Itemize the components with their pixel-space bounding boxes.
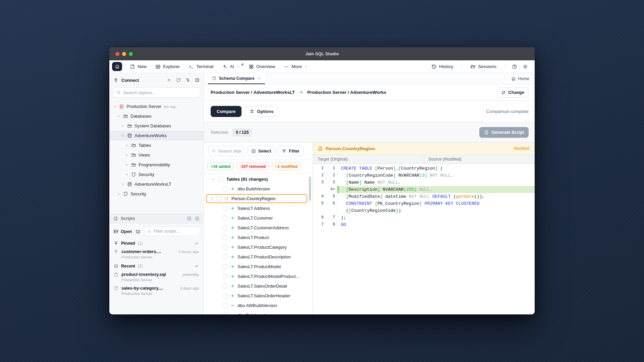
minimize-window-button[interactable] <box>122 52 126 56</box>
list-item-dbo-awbuildversion[interactable]: dbo.AWBuildVersion <box>204 301 313 310</box>
doc-icon <box>114 286 118 291</box>
list-item-dbo-databaselog[interactable]: dbo.DatabaseLog <box>204 310 313 314</box>
checkbox[interactable] <box>223 206 228 211</box>
checkbox[interactable] <box>217 196 222 201</box>
close-window-button[interactable] <box>115 52 119 56</box>
close-tab-icon[interactable] <box>257 76 261 80</box>
list-item-saleslt-address[interactable]: SalesLT.Address <box>204 203 313 213</box>
group-tables[interactable]: Tables (81 changes) <box>204 174 313 184</box>
home-button[interactable] <box>112 62 122 71</box>
object-name: Person.CountryRegion <box>231 196 276 201</box>
help-button[interactable] <box>510 62 519 71</box>
list-item-person-countryregion[interactable]: Person.CountryRegion <box>206 194 307 203</box>
more-icon <box>284 64 289 69</box>
source-line-number: 1 <box>326 165 337 172</box>
list-item-saleslt-productmodelproduct[interactable]: SalesLT.ProductModelProduct... <box>204 272 313 281</box>
list-item-saleslt-salesorderheader[interactable]: SalesLT.SalesOrderHeader <box>204 291 313 301</box>
diff-object-title: Person.CountryRegion <box>326 146 375 151</box>
object-search-input[interactable] <box>123 90 197 95</box>
checkbox[interactable] <box>223 274 228 279</box>
checkbox[interactable] <box>223 313 228 314</box>
target-line-number: 5 <box>313 200 326 207</box>
close-connections-icon[interactable] <box>167 78 171 82</box>
tree-item-label: Views <box>139 153 150 158</box>
home-link[interactable]: Home <box>511 73 529 84</box>
checkbox[interactable] <box>223 293 228 298</box>
toolbar-terminal-button[interactable]: Terminal <box>185 62 217 71</box>
script-item-customer-orders[interactable]: customer-orders.... 2 hours ago Producti… <box>109 248 204 261</box>
tree-item-adventureworks[interactable]: AdventureWorks <box>109 131 204 140</box>
checkbox[interactable] <box>223 186 228 191</box>
select-button[interactable]: Select <box>247 146 275 156</box>
toolbar-ai-button[interactable]: AI <box>218 62 244 71</box>
change-button[interactable]: Change <box>497 87 529 98</box>
code-line: 2 2 [CountryRegionCode] NVARCHAR(3) NOT … <box>313 172 535 179</box>
tree-item-system-databases[interactable]: System Databases <box>109 121 204 131</box>
filter-button[interactable]: Filter <box>278 146 304 156</box>
help-icon <box>512 64 517 69</box>
list-item-saleslt-customeraddress[interactable]: SalesLT.CustomerAddress <box>204 223 313 233</box>
collapse-sidebar-icon[interactable] <box>195 78 200 82</box>
toolbar-history-button[interactable]: History <box>428 62 457 71</box>
overview-icon <box>249 64 254 69</box>
list-item-saleslt-salesorderdetail[interactable]: SalesLT.SalesOrderDetail <box>204 281 313 291</box>
tree-item-security[interactable]: Security <box>109 170 204 179</box>
collapse-panel-up-icon[interactable] <box>187 216 192 221</box>
compare-search-input[interactable] <box>218 148 241 154</box>
scripts-section-recent[interactable]: Recent (2) <box>109 261 204 270</box>
checkbox[interactable] <box>223 264 228 269</box>
toolbar-overview-button[interactable]: Overview <box>245 62 279 71</box>
list-item-dbo-buildversion[interactable]: dbo.BuildVersion <box>204 184 313 194</box>
list-item-saleslt-productcategory[interactable]: SalesLT.ProductCategory <box>204 242 313 252</box>
sql-diff-code: 1 1 CREATE TABLE [Person].[CountryRegion… <box>313 164 535 314</box>
added-icon <box>230 226 235 230</box>
list-item-saleslt-productmodel[interactable]: SalesLT.ProductModel <box>204 262 313 272</box>
tree-item-security[interactable]: Security <box>109 189 204 199</box>
toolbar-more-button[interactable]: More <box>280 62 311 71</box>
script-item-product-inventory-sql[interactable]: product-inventory.sql yesterday Producti… <box>109 270 204 284</box>
open-script-button[interactable]: Open <box>113 229 132 234</box>
maximize-window-button[interactable] <box>129 52 133 56</box>
added-icon <box>230 245 235 249</box>
new-folder-button[interactable] <box>136 229 141 234</box>
checkbox[interactable] <box>223 225 228 230</box>
funnel-icon <box>282 149 286 154</box>
list-item-saleslt-productdescription[interactable]: SalesLT.ProductDescription <box>204 252 313 262</box>
compare-object-list: Tables (81 changes) dbo.BuildVersion Per… <box>204 173 313 314</box>
collapse-panel-down-icon[interactable] <box>195 216 200 221</box>
refresh-connections-icon[interactable] <box>176 78 181 82</box>
options-button[interactable]: Options <box>245 106 278 117</box>
script-item-sales-by-category[interactable]: sales-by-category.... 3 days ago Product… <box>109 284 204 298</box>
tree-item-tables[interactable]: Tables <box>109 140 204 150</box>
tab-schema-compare[interactable]: Schema Compare <box>208 73 265 84</box>
list-item-saleslt-customer[interactable]: SalesLT.Customer <box>204 213 313 223</box>
tree-item-databases[interactable]: Databases <box>109 111 204 121</box>
tree-item-programmability[interactable]: Programmability <box>109 160 204 170</box>
disconnect-icon[interactable] <box>185 78 190 82</box>
added-icon <box>230 206 235 210</box>
toolbar-sessions-button[interactable]: Sessions <box>467 62 500 71</box>
script-icon <box>318 146 323 151</box>
toolbar-new-button[interactable]: New <box>126 62 150 71</box>
checkbox[interactable] <box>223 235 228 240</box>
tree-item-views[interactable]: Views <box>109 150 204 160</box>
checkbox[interactable] <box>223 245 228 250</box>
checkbox[interactable] <box>218 177 223 182</box>
list-item-saleslt-product[interactable]: SalesLT.Product <box>204 233 313 242</box>
compare-button[interactable]: Compare <box>211 106 241 117</box>
scripts-section-pinned[interactable]: Pinned (1) <box>109 239 204 248</box>
settings-button[interactable] <box>521 62 530 71</box>
list-scrollbar-thumb[interactable] <box>309 177 311 201</box>
generate-script-button[interactable]: Generate Script <box>479 127 529 138</box>
connect-panel-title: Connect <box>121 78 139 83</box>
checkbox[interactable] <box>223 216 228 221</box>
tree-item-label: Tables <box>139 143 151 148</box>
checkbox[interactable] <box>223 284 228 289</box>
script-filter-input[interactable] <box>154 229 197 234</box>
tree-item-production-server[interactable]: Production Server MS SQL <box>109 102 204 111</box>
checkbox[interactable] <box>223 303 228 308</box>
toolbar-explorer-button[interactable]: Explorer <box>152 62 183 71</box>
script-icon <box>484 130 489 135</box>
tree-item-adventureworkslt[interactable]: AdventureWorksLT <box>109 179 204 189</box>
checkbox[interactable] <box>223 254 228 259</box>
